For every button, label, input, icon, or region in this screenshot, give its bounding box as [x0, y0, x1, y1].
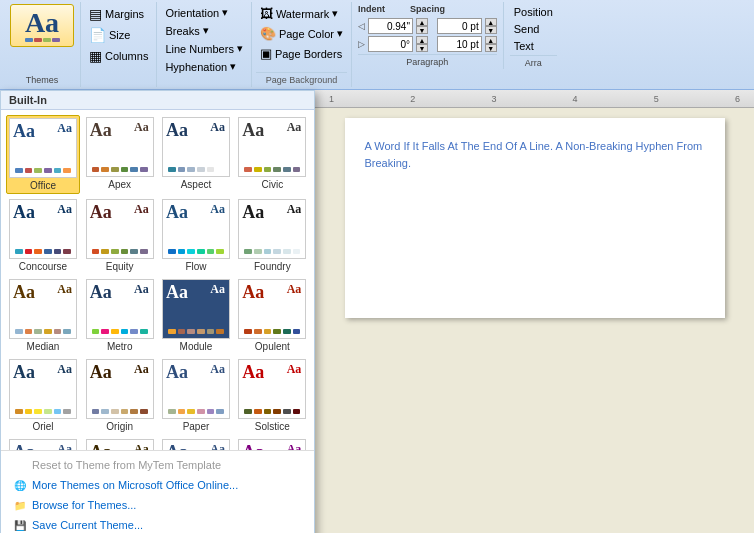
hyphenation-button[interactable]: Hyphenation ▾: [161, 58, 246, 75]
size-button[interactable]: 📄 Size: [85, 25, 152, 45]
action-icon-more_online: 🌐: [13, 478, 27, 492]
watermark-button[interactable]: 🖼 Watermark ▾: [256, 4, 347, 23]
theme-bar-5: [140, 167, 148, 172]
theme-bar-4: [283, 329, 291, 334]
panel-action-save[interactable]: 💾Save Current Theme...: [9, 515, 306, 533]
action-label-browse: Browse for Themes...: [32, 499, 136, 511]
theme-thumb-technic: AaAa: [9, 439, 77, 450]
theme-bar-0: [15, 249, 23, 254]
panel-action-more_online[interactable]: 🌐More Themes on Microsoft Office Online.…: [9, 475, 306, 495]
theme-thumb-module: AaAa: [162, 279, 230, 339]
indent-left-input[interactable]: [368, 18, 413, 34]
theme-item-metro[interactable]: AaAaMetro: [83, 277, 156, 354]
theme-item-civic[interactable]: AaAaCivic: [236, 115, 309, 194]
theme-aa-small-trek: Aa: [134, 442, 149, 450]
theme-thumb-equity: AaAa: [86, 199, 154, 259]
theme-bar-5: [293, 329, 301, 334]
theme-bar-4: [283, 249, 291, 254]
spacing-label: Spacing: [410, 4, 445, 14]
spacing-before-up[interactable]: ▲: [485, 18, 497, 26]
theme-bar-5: [63, 249, 71, 254]
position-button[interactable]: Position: [510, 4, 557, 20]
theme-aa-small-verve: Aa: [287, 442, 302, 450]
theme-bars-metro: [90, 328, 150, 335]
theme-bar-0: [244, 329, 252, 334]
theme-bar-4: [54, 409, 62, 414]
columns-button[interactable]: ▦ Columns: [85, 46, 152, 66]
theme-thumb-aspect: AaAa: [162, 117, 230, 177]
send-button[interactable]: Send: [510, 21, 557, 37]
theme-item-office[interactable]: AaAaOffice: [6, 115, 80, 194]
theme-bar-4: [130, 409, 138, 414]
spacing-before-down[interactable]: ▼: [485, 26, 497, 34]
margins-button[interactable]: ▤ Margins: [85, 4, 152, 24]
theme-item-module[interactable]: AaAaModule: [159, 277, 232, 354]
theme-bar-4: [54, 329, 62, 334]
theme-item-equity[interactable]: AaAaEquity: [83, 197, 156, 274]
theme-item-median[interactable]: AaAaMedian: [6, 277, 80, 354]
theme-aa-small-foundry: Aa: [287, 202, 302, 217]
spacing-after-input[interactable]: [437, 36, 482, 52]
themes-button[interactable]: Aa: [10, 4, 74, 47]
theme-bar-4: [207, 329, 215, 334]
page-background-group: 🖼 Watermark ▾ 🎨 Page Color ▾ ▣ Page Bord…: [252, 2, 352, 87]
themes-color-bar: [25, 38, 60, 42]
theme-item-foundry[interactable]: AaAaFoundry: [236, 197, 309, 274]
doc-text: A Word If It Falls At The End Of A Line.…: [365, 138, 705, 171]
theme-item-verve[interactable]: AaAaVerve: [236, 437, 309, 450]
indent-right-row: ▷ ▲ ▼ ▲ ▼: [358, 36, 497, 52]
breaks-button[interactable]: Breaks ▾: [161, 22, 246, 39]
theme-bar-0: [168, 249, 176, 254]
arrange-group: Position Send Text Arra: [504, 2, 563, 70]
theme-item-solstice[interactable]: AaAaSolstice: [236, 357, 309, 434]
panel-action-browse[interactable]: 📁Browse for Themes...: [9, 495, 306, 515]
theme-aa-small-apex: Aa: [134, 120, 149, 135]
theme-bar-5: [63, 329, 71, 334]
theme-item-oriel[interactable]: AaAaOriel: [6, 357, 80, 434]
page-color-label: Page Color: [279, 28, 334, 40]
theme-aa-small-opulent: Aa: [287, 282, 302, 297]
theme-bar-3: [273, 167, 281, 172]
theme-aa-trek: Aa: [90, 443, 112, 450]
spacing-after-down[interactable]: ▼: [485, 44, 497, 52]
line-numbers-button[interactable]: Line Numbers ▾: [161, 40, 246, 57]
theme-thumb-civic: AaAa: [238, 117, 306, 177]
indent-left-up[interactable]: ▲: [416, 18, 428, 26]
theme-item-concourse[interactable]: AaAaConcourse: [6, 197, 80, 274]
spacing-before-input[interactable]: [437, 18, 482, 34]
indent-left-down[interactable]: ▼: [416, 26, 428, 34]
themes-grid: AaAaOfficeAaAaApexAaAaAspectAaAaCivicAaA…: [1, 110, 314, 450]
theme-item-trek[interactable]: AaAaTrek: [83, 437, 156, 450]
themes-label: Themes: [26, 73, 59, 85]
indent-right-input[interactable]: [368, 36, 413, 52]
theme-item-urban[interactable]: AaAaUrban: [159, 437, 232, 450]
theme-name-flow: Flow: [185, 261, 206, 272]
theme-aa-small-origin: Aa: [134, 362, 149, 377]
theme-item-opulent[interactable]: AaAaOpulent: [236, 277, 309, 354]
theme-name-origin: Origin: [106, 421, 133, 432]
theme-item-origin[interactable]: AaAaOrigin: [83, 357, 156, 434]
doc-page: A Word If It Falls At The End Of A Line.…: [345, 118, 725, 318]
theme-bar-3: [121, 329, 129, 334]
panel-action-reset: Reset to Theme from MyTem Template: [9, 455, 306, 475]
orientation-button[interactable]: Orientation ▾: [161, 4, 246, 21]
theme-item-technic[interactable]: AaAaTechnic: [6, 437, 80, 450]
indent-right-down[interactable]: ▼: [416, 44, 428, 52]
theme-aa-small-civic: Aa: [287, 120, 302, 135]
paragraph-label: Paragraph: [358, 54, 497, 67]
theme-item-paper[interactable]: AaAaPaper: [159, 357, 232, 434]
theme-item-flow[interactable]: AaAaFlow: [159, 197, 232, 274]
arrange-label: Arra: [510, 55, 557, 68]
indent-right-up[interactable]: ▲: [416, 36, 428, 44]
page-borders-button[interactable]: ▣ Page Borders: [256, 44, 347, 63]
breaks-label: Breaks: [165, 25, 199, 37]
theme-item-aspect[interactable]: AaAaAspect: [159, 115, 232, 194]
margins-label: Margins: [105, 8, 144, 20]
theme-name-solstice: Solstice: [255, 421, 290, 432]
theme-bar-2: [187, 167, 195, 172]
spacing-after-up[interactable]: ▲: [485, 36, 497, 44]
theme-item-apex[interactable]: AaAaApex: [83, 115, 156, 194]
page-color-button[interactable]: 🎨 Page Color ▾: [256, 24, 347, 43]
theme-thumb-office: AaAa: [9, 118, 77, 178]
text-button[interactable]: Text: [510, 38, 557, 54]
